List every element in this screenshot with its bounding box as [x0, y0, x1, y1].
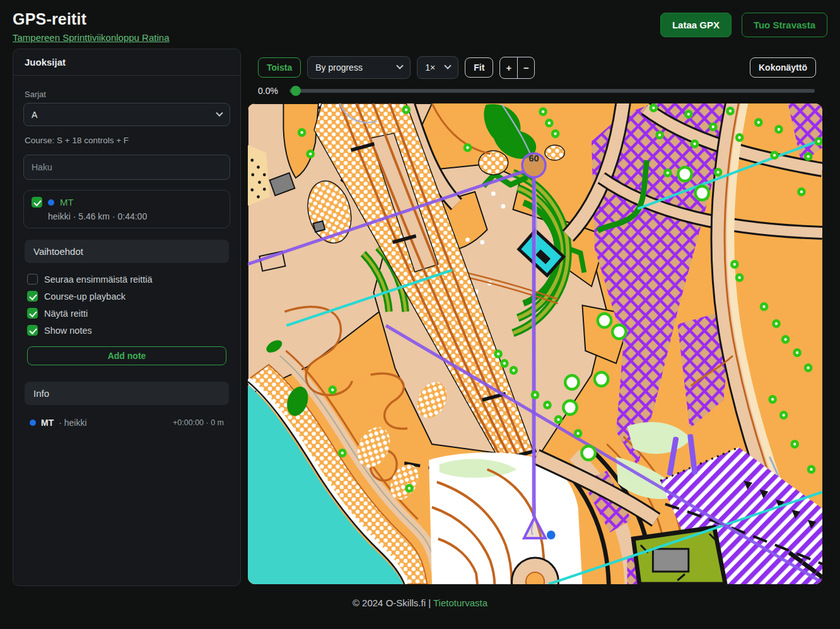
- info-runner-name: MT: [41, 418, 54, 428]
- add-note-button[interactable]: Add note: [27, 346, 226, 365]
- info-runner-sub: · heikki: [59, 418, 86, 428]
- option-course-up-playback[interactable]: Course-up playback: [23, 288, 230, 305]
- speed-select[interactable]: 1×: [417, 56, 458, 79]
- map-canvas[interactable]: 60: [248, 103, 822, 584]
- option-label: Seuraa ensimmäistä reittiä: [44, 274, 153, 285]
- option-label: Course-up playback: [44, 291, 125, 302]
- footer: © 2024 O-Skills.fi | Tietoturvasta: [0, 586, 840, 608]
- info-runner-stats: +0:00:00 · 0 m: [173, 418, 224, 427]
- map-column: Toista By progress 1× Fit + − Kokonäyttö: [248, 49, 831, 586]
- map-toolbar: Toista By progress 1× Fit + − Kokonäyttö: [258, 56, 816, 79]
- page-title: GPS-reitit: [13, 10, 169, 28]
- map-building: [653, 549, 688, 572]
- sidebar-body: Sarjat A Course: S + 18 controls + F Hak…: [13, 76, 240, 442]
- runner-details: heikki · 5.46 km · 0:44:00: [48, 211, 222, 221]
- runner-position-dot: [547, 531, 556, 539]
- search-placeholder: Haku: [32, 162, 52, 172]
- class-select[interactable]: A: [23, 103, 230, 126]
- gps-routes-app: GPS-reitit Tampereen Sprinttiviikonloppu…: [0, 0, 840, 629]
- chevron-down-icon: [445, 62, 452, 69]
- main-content: Juoksijat Sarjat A Course: S + 18 contro…: [0, 49, 840, 586]
- checkbox[interactable]: [27, 325, 38, 336]
- map-building: [313, 221, 325, 232]
- runner-card[interactable]: MT heikki · 5.46 km · 0:44:00: [23, 190, 230, 228]
- progress-label: 0.0%: [258, 86, 282, 96]
- runner-name[interactable]: MT: [60, 197, 74, 208]
- info-row: MT · heikki +0:00:00 · 0 m: [23, 413, 230, 433]
- options-title: Vaihtoehdot: [25, 240, 229, 263]
- download-gpx-button[interactable]: Lataa GPX: [660, 13, 732, 37]
- header-left: GPS-reitit Tampereen Sprinttiviikonloppu…: [13, 10, 169, 44]
- progress-row: 0.0%: [258, 86, 815, 96]
- fullscreen-button[interactable]: Kokonäyttö: [750, 57, 816, 78]
- progress-slider-thumb[interactable]: [291, 86, 301, 96]
- option-label: Näytä reitti: [44, 309, 88, 319]
- classes-label: Sarjat: [25, 90, 229, 99]
- option-label: Show notes: [44, 326, 92, 336]
- runner-color-dot: [48, 199, 54, 206]
- header: GPS-reitit Tampereen Sprinttiviikonloppu…: [0, 0, 840, 49]
- search-input[interactable]: Haku: [23, 155, 230, 180]
- playback-mode-select[interactable]: By progress: [307, 56, 411, 79]
- chevron-down-icon: [397, 62, 404, 69]
- checkbox[interactable]: [27, 274, 38, 285]
- checkbox[interactable]: [27, 291, 38, 302]
- runner-checkbox[interactable]: [32, 197, 42, 208]
- event-link[interactable]: Tampereen Sprinttiviikonloppu Ratina: [13, 32, 169, 43]
- zoom-in-button[interactable]: +: [500, 57, 517, 78]
- control-number-label: 60: [528, 153, 539, 163]
- info-title: Info: [25, 382, 229, 405]
- sidebar: Juoksijat Sarjat A Course: S + 18 contro…: [13, 49, 241, 586]
- copyright-text: © 2024 O-Skills.fi: [353, 597, 426, 608]
- orienteering-map: 60: [248, 103, 822, 584]
- footer-separator: |: [428, 597, 431, 608]
- zoom-button-group: + −: [499, 57, 535, 79]
- class-selected-value: A: [32, 110, 37, 120]
- play-button[interactable]: Toista: [258, 57, 301, 78]
- privacy-link[interactable]: Tietoturvasta: [433, 597, 487, 608]
- checkbox[interactable]: [27, 308, 38, 319]
- header-buttons: Lataa GPX Tuo Stravasta: [660, 10, 827, 37]
- import-strava-button[interactable]: Tuo Stravasta: [742, 13, 827, 37]
- option-show-route[interactable]: Näytä reitti: [23, 305, 230, 322]
- progress-slider[interactable]: [289, 89, 815, 93]
- chevron-down-icon: [216, 109, 223, 116]
- fit-button[interactable]: Fit: [465, 57, 493, 78]
- zoom-out-button[interactable]: −: [517, 57, 534, 78]
- speed-value: 1×: [425, 62, 435, 73]
- runner-color-dot: [30, 420, 36, 426]
- playback-mode-value: By progress: [315, 62, 363, 73]
- option-show-notes[interactable]: Show notes: [23, 322, 230, 339]
- runners-title: Juoksijat: [13, 49, 240, 76]
- course-info: Course: S + 18 controls + F: [25, 136, 229, 145]
- option-follow-first-route[interactable]: Seuraa ensimmäistä reittiä: [23, 271, 230, 288]
